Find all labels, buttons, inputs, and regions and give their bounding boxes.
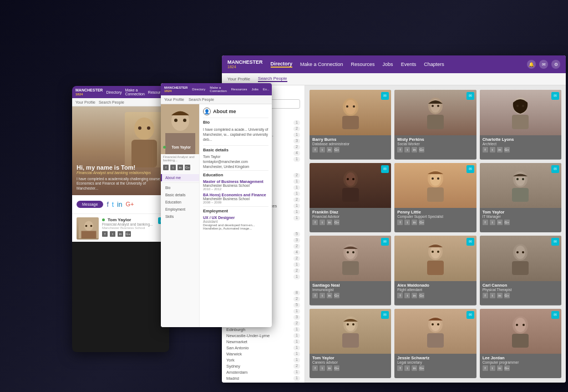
message-icon[interactable]: ✉: [551, 92, 559, 100]
mobile-subnav-search[interactable]: Search People: [99, 100, 124, 104]
googleplus-icon[interactable]: G+: [185, 165, 190, 170]
notifications-icon[interactable]: 🔔: [527, 60, 536, 69]
nav-events[interactable]: Events: [401, 62, 417, 67]
linkedin-icon[interactable]: in: [412, 365, 417, 371]
person-card-barry[interactable]: ✉ Barry Burns Database administrator f t…: [310, 90, 391, 160]
menu-item-employment[interactable]: Employment: [161, 206, 199, 213]
profile-nav-resources[interactable]: Resources: [231, 88, 247, 91]
person-card-santiago[interactable]: ✉ Santiago Neal Immunologist f t in G+: [310, 236, 391, 306]
facebook-icon[interactable]: f: [312, 147, 318, 152]
person-card-jessie[interactable]: ✉ Jessie Schwartz Legal secretary f t in…: [394, 309, 476, 379]
filter-item[interactable]: Newmarket1: [226, 339, 300, 345]
menu-item-education[interactable]: Education: [161, 198, 199, 206]
filter-item[interactable]: Warwick1: [226, 351, 300, 357]
person-card-tom[interactable]: ✉ Tom Yaylor IT Manager f t in G+: [480, 163, 561, 233]
messages-icon[interactable]: ✉: [539, 60, 548, 69]
twitter-icon[interactable]: t: [110, 231, 115, 237]
facebook-icon[interactable]: f: [102, 231, 108, 237]
twitter-icon[interactable]: t: [112, 201, 114, 208]
googleplus-icon[interactable]: G+: [419, 293, 424, 298]
linkedin-icon[interactable]: in: [497, 220, 503, 225]
linkedin-icon[interactable]: in: [118, 231, 123, 237]
profile-nav-events[interactable]: Ev...: [263, 88, 270, 91]
nav-connection[interactable]: Make a Connection: [300, 62, 343, 67]
mobile-message-btn[interactable]: Message: [77, 201, 103, 208]
twitter-icon[interactable]: t: [404, 147, 410, 152]
menu-item-skills[interactable]: Skills: [161, 213, 199, 220]
filter-item[interactable]: Madrid1: [226, 375, 300, 381]
linkedin-icon[interactable]: in: [327, 220, 332, 225]
googleplus-icon[interactable]: G+: [334, 365, 339, 371]
menu-item-bio[interactable]: Bio: [161, 184, 199, 191]
googleplus-icon[interactable]: G+: [504, 293, 510, 298]
message-icon[interactable]: ✉: [466, 92, 474, 100]
facebook-icon[interactable]: f: [106, 201, 108, 208]
person-card-tom2[interactable]: ✉ Tom Yaylor Careers advisor f t in G+: [310, 309, 391, 379]
subnav-your-profile[interactable]: Your Profile: [227, 77, 250, 82]
twitter-icon[interactable]: t: [490, 365, 495, 371]
message-icon[interactable]: ✉: [381, 311, 389, 319]
profile-subnav-yours[interactable]: Your Profile: [164, 98, 184, 101]
person-card-franklin[interactable]: ✉ Franklin Diaz Financial Advisor f t in…: [310, 163, 391, 233]
linkedin-icon[interactable]: in: [497, 293, 503, 298]
facebook-icon[interactable]: f: [312, 365, 318, 371]
twitter-icon[interactable]: t: [404, 220, 410, 225]
googleplus-icon[interactable]: G+: [504, 365, 510, 371]
googleplus-icon[interactable]: G+: [419, 220, 424, 225]
profile-nav-connection[interactable]: Make a Connection: [210, 86, 226, 93]
twitter-icon[interactable]: t: [404, 365, 410, 371]
filter-item[interactable]: Amsterdam1: [226, 369, 300, 375]
profile-nav-directory[interactable]: Directory: [192, 88, 205, 91]
person-card-misty[interactable]: ✉ Misty Perkins Social Worker f t in G+: [394, 90, 476, 160]
person-card-penny[interactable]: ✉ Penny Little Computer Support Speciali…: [394, 163, 476, 233]
person-card-lee[interactable]: ✉ Lee Jordan Computer programmer f t in …: [480, 309, 561, 379]
twitter-icon[interactable]: t: [490, 220, 495, 225]
nav-directory[interactable]: Directory: [271, 61, 293, 68]
message-icon[interactable]: ✉: [466, 165, 474, 173]
twitter-icon[interactable]: t: [490, 293, 495, 298]
filter-item[interactable]: San Antonio1: [226, 345, 300, 351]
subnav-search-people[interactable]: Search People: [258, 76, 287, 82]
linkedin-icon[interactable]: in: [412, 293, 417, 298]
person-card-carl[interactable]: ✉ Carl Cannon Physical Therapist f t in …: [480, 236, 561, 306]
googleplus-icon[interactable]: G+: [334, 293, 339, 298]
filter-item[interactable]: Rome1: [226, 381, 300, 383]
twitter-icon[interactable]: t: [320, 147, 325, 152]
twitter-icon[interactable]: t: [320, 365, 325, 371]
settings-icon[interactable]: ⚙: [551, 60, 560, 69]
linkedin-icon[interactable]: in: [497, 365, 503, 371]
menu-item-about[interactable]: About me: [161, 174, 199, 181]
facebook-icon[interactable]: f: [397, 365, 403, 371]
googleplus-icon[interactable]: G+: [125, 231, 131, 237]
linkedin-icon[interactable]: in: [327, 293, 332, 298]
nav-chapters[interactable]: Chapters: [424, 62, 444, 67]
facebook-icon[interactable]: f: [483, 147, 488, 152]
message-icon[interactable]: ✉: [551, 311, 559, 319]
googleplus-icon[interactable]: G+: [419, 147, 424, 152]
message-icon[interactable]: ✉: [381, 165, 389, 173]
nav-jobs[interactable]: Jobs: [383, 62, 393, 67]
filter-item[interactable]: Edinburgh1: [226, 327, 300, 333]
message-icon[interactable]: ✉: [381, 238, 389, 246]
menu-item-basic[interactable]: Basic details: [161, 191, 199, 198]
linkedin-icon[interactable]: in: [178, 165, 183, 170]
message-icon[interactable]: ✉: [381, 92, 389, 100]
person-card-charlotte[interactable]: ✉ Charlotte Lyons Architect f t in G+: [480, 90, 561, 160]
googleplus-icon[interactable]: G+: [504, 147, 510, 152]
facebook-icon[interactable]: f: [397, 147, 403, 152]
message-icon[interactable]: ✉: [551, 165, 559, 173]
profile-subnav-search[interactable]: Search People: [189, 98, 214, 101]
facebook-icon[interactable]: f: [163, 165, 169, 170]
mobile-subnav-profile[interactable]: Your Profile: [75, 100, 95, 104]
facebook-icon[interactable]: f: [312, 293, 318, 298]
facebook-icon[interactable]: f: [483, 220, 488, 225]
facebook-icon[interactable]: f: [312, 220, 318, 225]
linkedin-icon[interactable]: in: [327, 147, 332, 152]
googleplus-icon[interactable]: G+: [419, 365, 424, 371]
twitter-icon[interactable]: t: [170, 165, 176, 170]
googleplus-icon[interactable]: G+: [334, 147, 339, 152]
nav-resources[interactable]: Resources: [351, 62, 375, 67]
linkedin-icon[interactable]: in: [412, 147, 417, 152]
facebook-icon[interactable]: f: [397, 220, 403, 225]
filter-item[interactable]: Sydney2: [226, 363, 300, 369]
